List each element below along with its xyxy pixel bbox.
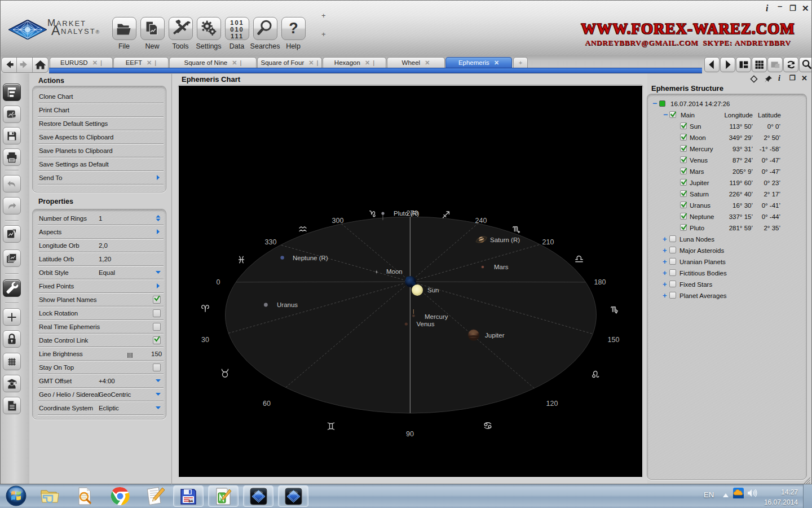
svg-text:Venus: Venus [417, 321, 435, 327]
svg-text:Pluto (R): Pluto (R) [394, 210, 420, 217]
svg-text:Mercury: Mercury [425, 313, 448, 320]
svg-text:210: 210 [542, 238, 554, 246]
svg-text:Neptune (R): Neptune (R) [293, 255, 328, 261]
svg-text:64: 64 [188, 499, 193, 503]
svg-text:240: 240 [475, 217, 487, 225]
svg-text:Mars: Mars [494, 264, 509, 270]
svg-text:180: 180 [594, 278, 606, 286]
svg-text:0: 0 [217, 278, 220, 286]
svg-text:Moon: Moon [386, 268, 403, 275]
svg-text:150: 150 [608, 336, 620, 344]
svg-text:Sun: Sun [427, 287, 439, 294]
svg-text:Jupiter: Jupiter [485, 332, 505, 339]
svg-text:90: 90 [406, 430, 414, 438]
svg-text:Saturn (R): Saturn (R) [490, 237, 520, 243]
svg-text:120: 120 [546, 400, 558, 408]
svg-text:Uranus: Uranus [277, 301, 298, 308]
svg-text:300: 300 [332, 217, 344, 225]
svg-text:330: 330 [265, 238, 277, 246]
svg-text:60: 60 [263, 400, 271, 408]
svg-text:30: 30 [201, 336, 209, 344]
